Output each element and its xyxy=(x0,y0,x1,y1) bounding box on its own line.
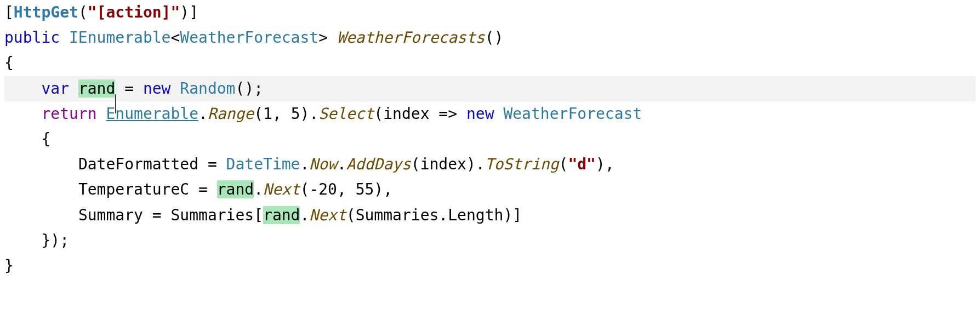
property-summary: Summary xyxy=(78,206,143,224)
lambda-arrow: => xyxy=(430,105,466,123)
assign: = xyxy=(115,79,143,98)
keyword-public: public xyxy=(4,29,60,47)
keyword-return: return xyxy=(41,105,96,123)
comma: , xyxy=(337,180,356,198)
index-open: [ xyxy=(254,206,263,224)
paren-open: ( xyxy=(346,206,356,224)
method-tostring: ToString xyxy=(485,155,559,173)
code-line: { xyxy=(4,130,50,148)
indent-guide xyxy=(41,206,60,224)
code-line: DateFormatted = DateTime.Now.AddDays(ind… xyxy=(4,155,614,173)
method-name: WeatherForecasts xyxy=(337,29,485,47)
attribute-name: HttpGet xyxy=(14,3,78,21)
brace-open: { xyxy=(4,54,14,72)
type-weatherforecast: WeatherForecast xyxy=(503,105,642,123)
bracket-close: ] xyxy=(189,3,198,21)
method-range: Range xyxy=(208,105,254,123)
assign: = xyxy=(189,180,217,198)
string-quote: " xyxy=(88,3,97,21)
property-length: Length xyxy=(448,206,503,224)
assign: = xyxy=(198,155,226,173)
property-now: Now xyxy=(309,155,337,173)
indent-guide xyxy=(4,206,23,224)
angle-close: > xyxy=(318,29,328,47)
keyword-new: new xyxy=(143,79,171,98)
paren-close: ) xyxy=(503,206,512,224)
string-quote: " xyxy=(170,3,180,21)
current-line: var rand = new Random(); xyxy=(4,76,976,101)
type-enumerable: Enumerable xyxy=(106,105,198,123)
number-1: 1 xyxy=(263,105,272,123)
string-body: d xyxy=(577,155,586,173)
string-quote: " xyxy=(568,155,577,173)
paren-open: ( xyxy=(374,105,383,123)
dot: . xyxy=(476,155,485,173)
lambda-param-index: index xyxy=(383,105,429,123)
code-line: { xyxy=(4,54,14,72)
indent-guide xyxy=(4,231,23,249)
paren-open: ( xyxy=(78,3,88,21)
paren-close: ) xyxy=(466,155,476,173)
assign: = xyxy=(143,206,171,224)
type-ienumerable: IEnumerable xyxy=(69,29,170,47)
highlighted-identifier-rand: rand xyxy=(263,206,300,224)
indent-guide xyxy=(4,105,23,123)
number-5: 5 xyxy=(291,105,300,123)
ctor-call: (); xyxy=(235,79,263,98)
method-next: Next xyxy=(263,180,300,198)
identifier-summaries: Summaries xyxy=(356,206,439,224)
method-next: Next xyxy=(309,206,346,224)
indent-guide xyxy=(41,180,60,198)
code-editor[interactable]: [HttpGet("[action]")] public IEnumerable… xyxy=(0,0,980,283)
number-neg20: -20 xyxy=(309,180,337,198)
highlighted-identifier-rand: rand xyxy=(78,79,115,98)
dot: . xyxy=(300,155,309,173)
brace-close: } xyxy=(4,257,14,275)
comma: , xyxy=(272,105,291,123)
arg-index: index xyxy=(420,155,466,173)
paren-close: ) xyxy=(374,180,383,198)
paren-open: ( xyxy=(254,105,263,123)
paren-close: ) xyxy=(300,105,309,123)
code-line: Summary = Summaries[rand.Next(Summaries.… xyxy=(4,206,522,224)
code-line: public IEnumerable<WeatherForecast> Weat… xyxy=(4,29,503,47)
parens: () xyxy=(485,29,504,47)
keyword-new: new xyxy=(466,105,494,123)
dot: . xyxy=(309,105,318,123)
bracket-open: [ xyxy=(4,3,14,21)
code-line: }); xyxy=(4,231,69,249)
paren-close: ) xyxy=(596,155,605,173)
type-datetime: DateTime xyxy=(226,155,300,173)
type-random: Random xyxy=(180,79,235,98)
angle-open: < xyxy=(170,29,180,47)
index-close: ] xyxy=(512,206,522,224)
dot: . xyxy=(300,206,309,224)
type-weatherforecast: WeatherForecast xyxy=(180,29,318,47)
brace-close: }); xyxy=(41,231,69,249)
paren-open: ( xyxy=(411,155,420,173)
comma: , xyxy=(383,180,392,198)
method-adddays: AddDays xyxy=(346,155,411,173)
paren-close: ) xyxy=(180,3,189,21)
keyword-var: var xyxy=(41,79,69,98)
indent-guide xyxy=(4,180,23,198)
code-line: [HttpGet("[action]")] xyxy=(4,3,198,21)
dot: . xyxy=(337,155,346,173)
method-select: Select xyxy=(318,105,374,123)
dot: . xyxy=(198,105,208,123)
number-55: 55 xyxy=(356,180,374,198)
comma: , xyxy=(605,155,614,173)
property-dateformatted: DateFormatted xyxy=(78,155,198,173)
indent-guide xyxy=(4,130,23,148)
string-quote: " xyxy=(586,155,596,173)
code-line: return Enumerable.Range(1, 5).Select(ind… xyxy=(4,105,642,123)
property-temperaturec: TemperatureC xyxy=(78,180,189,198)
dot: . xyxy=(438,206,448,224)
highlighted-identifier-rand: rand xyxy=(217,180,254,198)
indent-guide xyxy=(41,155,60,173)
indent-guide xyxy=(4,79,23,98)
dot: . xyxy=(254,180,263,198)
identifier-summaries: Summaries xyxy=(170,206,254,224)
paren-open: ( xyxy=(559,155,568,173)
string-body: [action] xyxy=(97,3,171,21)
